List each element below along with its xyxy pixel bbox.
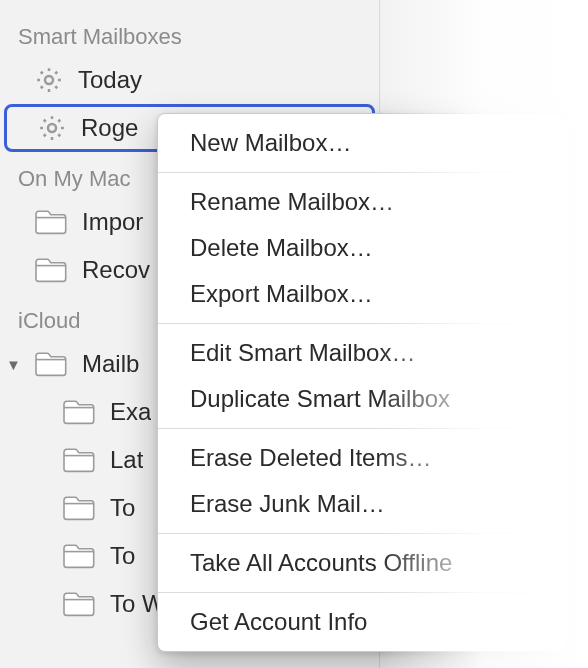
- sidebar-item-label: Lat: [110, 446, 143, 474]
- sidebar-item-label: Recov: [82, 256, 150, 284]
- mailbox-context-menu: New Mailbox…Rename Mailbox…Delete Mailbo…: [157, 113, 567, 652]
- menu-item-take-all-accounts-offline[interactable]: Take All Accounts Offline: [158, 540, 566, 586]
- menu-separator: [158, 533, 566, 534]
- sidebar-item-today[interactable]: Today: [0, 56, 379, 104]
- sidebar-item-label: To: [110, 542, 135, 570]
- gear-icon: [37, 113, 67, 143]
- menu-item-delete-mailbox[interactable]: Delete Mailbox…: [158, 225, 566, 271]
- folder-icon: [62, 446, 96, 474]
- menu-item-get-account-info[interactable]: Get Account Info: [158, 599, 566, 645]
- folder-icon: [34, 256, 68, 284]
- disclosure-triangle-icon[interactable]: ▼: [6, 356, 21, 373]
- folder-icon: [34, 350, 68, 378]
- folder-icon: [62, 542, 96, 570]
- menu-item-erase-deleted-items[interactable]: Erase Deleted Items…: [158, 435, 566, 481]
- menu-separator: [158, 172, 566, 173]
- folder-icon: [34, 208, 68, 236]
- folder-icon: [62, 590, 96, 618]
- folder-icon: [62, 398, 96, 426]
- menu-item-edit-smart-mailbox[interactable]: Edit Smart Mailbox…: [158, 330, 566, 376]
- menu-separator: [158, 592, 566, 593]
- menu-item-rename-mailbox[interactable]: Rename Mailbox…: [158, 179, 566, 225]
- sidebar-item-label: To: [110, 494, 135, 522]
- section-header-smart: Smart Mailboxes: [0, 10, 379, 56]
- menu-separator: [158, 428, 566, 429]
- folder-icon: [62, 494, 96, 522]
- svg-point-0: [45, 76, 53, 84]
- sidebar-item-label: Roge: [81, 114, 138, 142]
- sidebar-item-label: Impor: [82, 208, 143, 236]
- menu-item-new-mailbox[interactable]: New Mailbox…: [158, 120, 566, 166]
- sidebar-item-label: Exa: [110, 398, 151, 426]
- menu-item-erase-junk-mail[interactable]: Erase Junk Mail…: [158, 481, 566, 527]
- sidebar-item-label: Today: [78, 66, 142, 94]
- menu-separator: [158, 323, 566, 324]
- gear-icon: [34, 65, 64, 95]
- menu-item-duplicate-smart-mailbox[interactable]: Duplicate Smart Mailbox: [158, 376, 566, 422]
- sidebar-item-label: Mailb: [82, 350, 139, 378]
- svg-point-1: [48, 124, 56, 132]
- menu-item-export-mailbox[interactable]: Export Mailbox…: [158, 271, 566, 317]
